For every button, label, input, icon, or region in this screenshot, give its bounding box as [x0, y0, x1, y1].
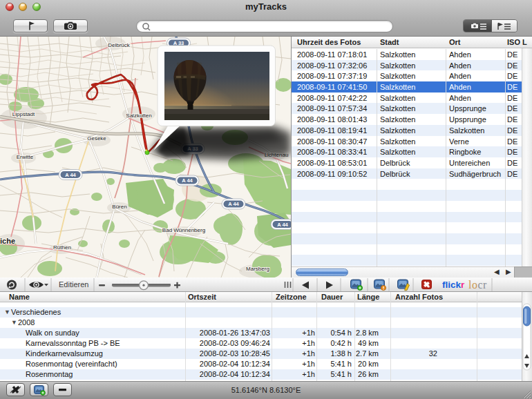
svg-text:Lippstadt: Lippstadt	[12, 111, 35, 117]
svg-text:Erwitte: Erwitte	[17, 154, 34, 160]
svg-text:Delbrück: Delbrück	[108, 42, 131, 48]
svg-text:Salzkotten: Salzkotten	[126, 113, 151, 119]
svg-text:A 44: A 44	[65, 172, 76, 178]
svg-text:Rüthen: Rüthen	[53, 244, 71, 251]
svg-text:Geseke: Geseke	[87, 135, 106, 142]
svg-text:A 44: A 44	[182, 177, 193, 184]
svg-text:Bad Wünnenberg: Bad Wünnenberg	[162, 227, 205, 233]
svg-text:A 44: A 44	[277, 222, 288, 228]
svg-text:Editieren: Editieren	[59, 280, 88, 289]
svg-text:flickr: flickr	[442, 280, 465, 290]
svg-text:iche: iche	[0, 237, 15, 245]
svg-text:A 44: A 44	[228, 201, 239, 207]
svg-text:locr: locr	[468, 279, 487, 291]
svg-text:Büren: Büren	[112, 204, 126, 210]
svg-text:Marsberg: Marsberg	[246, 266, 269, 272]
